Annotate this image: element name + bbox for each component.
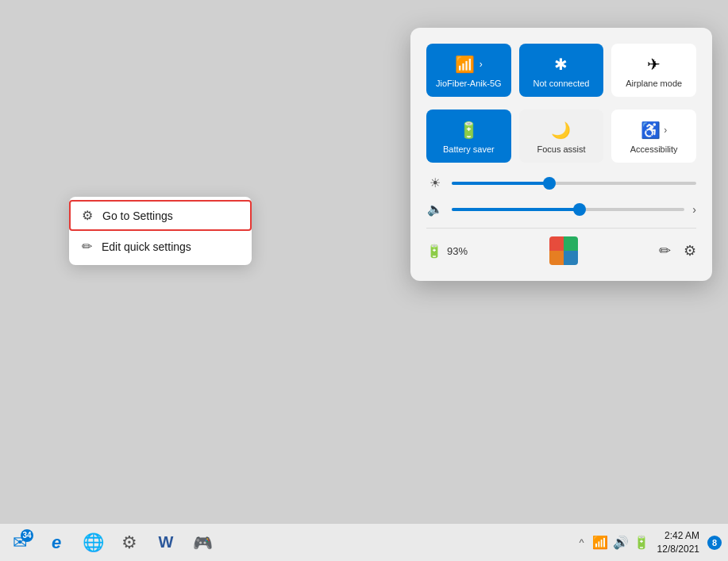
taskbar: ✉ 34 e 🌐 ⚙ W 🎮 ^ 📶 🔊 — [0, 523, 728, 561]
edge-icon: e — [52, 532, 61, 553]
taskbar-settings[interactable]: ⚙ — [113, 526, 146, 559]
wifi-toggle[interactable]: 📶 › JioFiber-Anik-5G — [426, 44, 511, 97]
system-tray-icons[interactable]: 📶 🔊 🔋 — [592, 535, 649, 550]
logo-blue — [564, 251, 578, 265]
edit-quick-settings-label: Edit quick settings — [102, 240, 191, 253]
word-icon: W — [159, 533, 174, 551]
tray-wifi-icon: 📶 — [592, 535, 608, 550]
airplane-toggle[interactable]: ✈ Airplane mode — [611, 44, 696, 97]
go-to-settings-item[interactable]: ⚙ Go to Settings — [69, 200, 252, 231]
tray-volume-icon: 🔊 — [613, 535, 629, 550]
taskbar-right: ^ 📶 🔊 🔋 2:42 AM 12/8/2021 8 — [580, 529, 729, 556]
accessibility-label: Accessibility — [630, 144, 678, 155]
focus-assist-label: Focus assist — [537, 144, 585, 155]
app-logo — [549, 236, 578, 265]
wifi-label: JioFiber-Anik-5G — [436, 79, 502, 89]
brightness-track[interactable] — [452, 182, 696, 185]
toggle-grid-row1: 📶 › JioFiber-Anik-5G ✱ Not connected ✈ A… — [426, 44, 696, 97]
chrome-icon: 🌐 — [83, 532, 104, 553]
taskbar-chrome[interactable]: 🌐 — [76, 526, 110, 559]
edit-button[interactable]: ✏ — [659, 242, 671, 259]
battery-saver-icon: 🔋 — [459, 121, 479, 140]
tray-battery-icon: 🔋 — [634, 535, 649, 550]
taskbar-apps: ✉ 34 e 🌐 ⚙ W 🎮 — [0, 526, 219, 559]
go-to-settings-label: Go to Settings — [102, 209, 173, 222]
brightness-thumb[interactable] — [543, 177, 556, 190]
battery-info: 🔋 93% — [426, 244, 468, 259]
brightness-fill — [452, 182, 549, 185]
pencil-icon: ✏ — [82, 239, 92, 254]
clock-time: 2:42 AM — [657, 529, 699, 543]
context-menu: ⚙ Go to Settings ✏ Edit quick settings — [69, 197, 252, 265]
volume-expand-icon[interactable]: › — [692, 203, 696, 216]
volume-slider-row: 🔈 › — [426, 202, 696, 217]
taskbar-games[interactable]: 🎮 — [186, 526, 219, 559]
taskbar-word[interactable]: W — [149, 526, 183, 559]
volume-track[interactable] — [452, 208, 684, 211]
clock[interactable]: 2:42 AM 12/8/2021 — [657, 529, 699, 556]
logo-orange — [549, 251, 564, 265]
bluetooth-label: Not connected — [533, 79, 590, 89]
logo-green — [564, 236, 578, 251]
focus-assist-toggle[interactable]: 🌙 Focus assist — [519, 110, 604, 163]
wifi-icon: 📶 — [455, 55, 475, 74]
bottom-icons: ✏ ⚙ — [659, 242, 696, 259]
clock-date: 12/8/2021 — [657, 543, 699, 556]
quick-settings-panel: 📶 › JioFiber-Anik-5G ✱ Not connected ✈ A… — [410, 28, 712, 281]
games-icon: 🎮 — [193, 533, 213, 552]
volume-thumb[interactable] — [573, 203, 586, 216]
desktop: 📶 › JioFiber-Anik-5G ✱ Not connected ✈ A… — [0, 0, 728, 561]
volume-icon: 🔈 — [426, 202, 444, 217]
settings-app-icon: ⚙ — [121, 532, 137, 553]
bluetooth-icon: ✱ — [554, 55, 568, 74]
airplane-icon: ✈ — [647, 55, 661, 74]
volume-fill — [452, 208, 580, 211]
taskbar-edge[interactable]: e — [40, 526, 73, 559]
toggle-grid-row2: 🔋 Battery saver 🌙 Focus assist ♿ › Acces… — [426, 110, 696, 163]
logo-red — [549, 236, 564, 251]
battery-percentage: 93% — [447, 245, 468, 257]
battery-charging-icon: 🔋 — [426, 244, 442, 259]
wifi-chevron-icon: › — [480, 59, 483, 70]
battery-saver-label: Battery saver — [443, 144, 495, 155]
logo-area — [549, 236, 578, 265]
brightness-slider-row: ☀ — [426, 175, 696, 190]
brightness-icon: ☀ — [426, 175, 444, 190]
notification-badge[interactable]: 8 — [707, 536, 722, 550]
accessibility-icon: ♿ — [641, 121, 661, 140]
bottom-bar: 🔋 93% ✏ ⚙ — [426, 228, 696, 265]
focus-assist-icon: 🌙 — [551, 121, 571, 140]
gear-icon: ⚙ — [82, 208, 93, 223]
accessibility-chevron-icon: › — [664, 125, 667, 136]
battery-saver-toggle[interactable]: 🔋 Battery saver — [426, 110, 511, 163]
bluetooth-toggle[interactable]: ✱ Not connected — [519, 44, 604, 97]
airplane-label: Airplane mode — [626, 79, 682, 89]
edit-quick-settings-item[interactable]: ✏ Edit quick settings — [69, 231, 252, 262]
tray-chevron-icon[interactable]: ^ — [580, 536, 584, 548]
mail-badge: 34 — [21, 529, 33, 542]
taskbar-mail[interactable]: ✉ 34 — [3, 526, 37, 559]
settings-button[interactable]: ⚙ — [684, 242, 696, 259]
accessibility-toggle[interactable]: ♿ › Accessibility — [611, 110, 696, 163]
